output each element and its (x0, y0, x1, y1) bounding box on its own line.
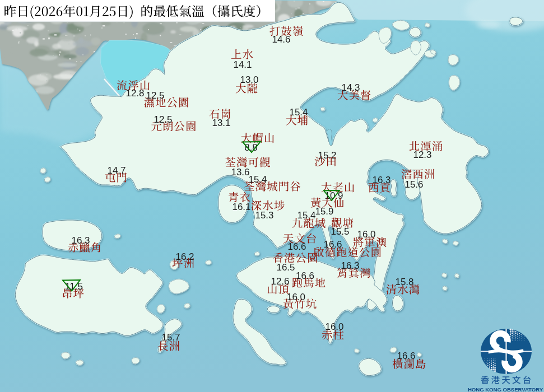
svg-text:12.6: 12.6 (271, 276, 289, 287)
svg-text:16.5: 16.5 (276, 262, 295, 273)
svg-text:15.4: 15.4 (289, 107, 308, 118)
svg-text:16.3: 16.3 (341, 260, 359, 271)
svg-text:16.6: 16.6 (323, 239, 342, 250)
svg-text:12.3: 12.3 (413, 150, 431, 160)
svg-text:16.6: 16.6 (287, 241, 306, 252)
svg-text:16.2: 16.2 (175, 251, 194, 262)
svg-text:16.0: 16.0 (287, 292, 305, 302)
svg-text:15.4: 15.4 (248, 174, 267, 185)
svg-text:16.6: 16.6 (397, 351, 415, 361)
svg-text:14.7: 14.7 (107, 165, 125, 176)
svg-text:12.5: 12.5 (154, 114, 172, 125)
svg-text:15.9: 15.9 (315, 206, 333, 217)
svg-text:15.8: 15.8 (395, 277, 413, 287)
svg-text:14.3: 14.3 (341, 82, 360, 93)
svg-text:13.6: 13.6 (231, 167, 249, 178)
svg-text:13.0: 13.0 (240, 74, 258, 85)
svg-text:16.0: 16.0 (325, 321, 343, 332)
svg-text:14.1: 14.1 (233, 59, 252, 70)
svg-text:15.5: 15.5 (331, 226, 349, 237)
svg-text:16.3: 16.3 (71, 235, 90, 246)
svg-text:16.6: 16.6 (296, 270, 314, 281)
svg-text:14.6: 14.6 (272, 34, 290, 45)
svg-text:15.4: 15.4 (297, 210, 315, 221)
svg-text:15.2: 15.2 (318, 150, 336, 161)
svg-text:12.5: 12.5 (146, 90, 164, 101)
svg-text:16.0: 16.0 (357, 229, 375, 240)
svg-text:16.1: 16.1 (232, 202, 250, 212)
svg-text:15.7: 15.7 (161, 332, 180, 343)
svg-text:12.8: 12.8 (125, 88, 144, 99)
svg-text:15.3: 15.3 (255, 210, 273, 221)
svg-text:13.1: 13.1 (212, 118, 230, 128)
svg-text:HONG KONG OBSERVATORY: HONG KONG OBSERVATORY (468, 386, 543, 392)
svg-text:15.6: 15.6 (404, 179, 423, 190)
svg-text:16.3: 16.3 (372, 175, 390, 185)
